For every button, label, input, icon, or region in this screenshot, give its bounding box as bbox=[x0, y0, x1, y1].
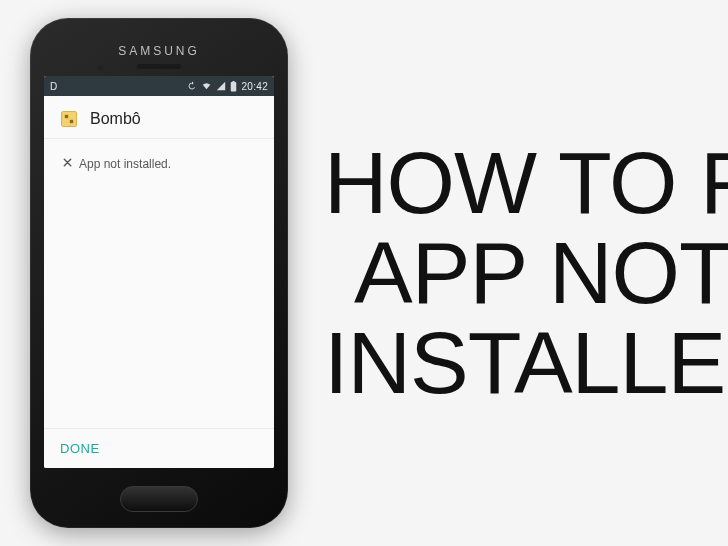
headline-line-2: APP NOT bbox=[324, 228, 728, 318]
svg-rect-3 bbox=[65, 115, 68, 118]
debug-icon: D bbox=[50, 81, 57, 92]
svg-rect-4 bbox=[70, 120, 73, 123]
headline-line-1: HOW TO FIX bbox=[324, 138, 728, 228]
status-time: 20:42 bbox=[241, 81, 268, 92]
installer-header: Bombô bbox=[44, 96, 274, 139]
app-name: Bombô bbox=[90, 110, 141, 128]
svg-rect-0 bbox=[231, 82, 237, 91]
phone-screen: D bbox=[44, 76, 274, 468]
install-status-row: App not installed. bbox=[44, 139, 274, 189]
android-statusbar: D bbox=[44, 76, 274, 96]
wifi-icon bbox=[201, 81, 212, 91]
svg-rect-2 bbox=[62, 112, 77, 127]
rotate-icon bbox=[187, 81, 197, 91]
error-icon bbox=[62, 157, 73, 171]
package-installer-screen: Bombô App not installed. DONE bbox=[44, 96, 274, 468]
installer-footer: DONE bbox=[44, 428, 274, 468]
battery-icon bbox=[230, 81, 237, 92]
signal-icon bbox=[216, 81, 226, 91]
home-button[interactable] bbox=[120, 486, 198, 512]
headline: HOW TO FIX APP NOT INSTALLED bbox=[324, 138, 728, 407]
svg-rect-1 bbox=[233, 81, 235, 82]
phone-brand-label: SAMSUNG bbox=[30, 44, 288, 58]
phone-speaker bbox=[137, 64, 181, 69]
install-status-text: App not installed. bbox=[79, 157, 171, 171]
headline-line-3: INSTALLED bbox=[324, 318, 728, 408]
phone-sensor bbox=[98, 65, 103, 70]
app-icon bbox=[58, 108, 80, 130]
done-button[interactable]: DONE bbox=[60, 441, 100, 456]
phone-frame: SAMSUNG D bbox=[30, 18, 288, 528]
